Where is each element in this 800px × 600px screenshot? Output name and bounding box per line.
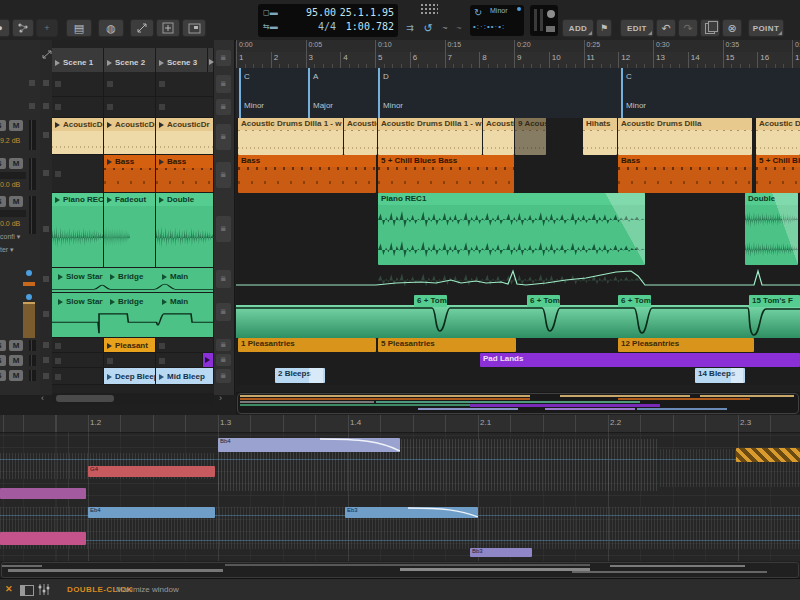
launcher-clip-pad-sliver[interactable] [203, 353, 214, 368]
arranger-clip-14-bleeps[interactable]: 14 Bleeps [695, 368, 745, 383]
clip-play-icon[interactable] [58, 299, 63, 305]
arranger-overview[interactable] [236, 392, 800, 414]
stop-button[interactable] [43, 103, 49, 109]
clip-slot[interactable] [52, 97, 104, 118]
stop-button[interactable] [43, 311, 49, 317]
piano-name-field[interactable] [0, 210, 26, 217]
launcher-clip-fadeout[interactable]: Fadeout [104, 193, 156, 268]
key-marker[interactable] [378, 68, 380, 95]
automation-lane-b-fader[interactable] [23, 302, 35, 338]
clip-play-icon[interactable] [159, 197, 164, 203]
scroll-left-arrow[interactable]: ‹ [41, 393, 44, 403]
row-options-button[interactable]: ≣ [216, 339, 231, 351]
redo-button[interactable]: ↷ [678, 19, 698, 37]
panel-layout-button[interactable] [20, 585, 34, 596]
browser-button[interactable]: ◍ [98, 19, 124, 37]
clip-play-icon[interactable] [107, 159, 112, 165]
groupB-stop-button[interactable] [29, 103, 35, 109]
note-event-magenta[interactable] [0, 488, 86, 499]
clip-play-icon[interactable] [159, 159, 164, 165]
note-event-hatched[interactable] [736, 448, 800, 462]
launcher-clip-pleasant[interactable]: Pleasant [104, 338, 156, 353]
copy-button[interactable] [700, 19, 720, 37]
position-value[interactable]: 25.1.1.95 [338, 6, 394, 21]
scale-lane[interactable]: Minor Major Minor Minor [236, 95, 800, 119]
scale-marker[interactable] [239, 95, 241, 118]
note-event-pink[interactable] [0, 532, 86, 545]
launcher-clip-deep-bleep[interactable]: Deep Bleep [104, 368, 156, 385]
clip-play-icon[interactable] [107, 122, 112, 128]
clip-play-icon[interactable] [55, 122, 60, 128]
clip-play-icon[interactable] [110, 299, 115, 305]
stop-button[interactable] [43, 226, 49, 232]
row-options-button[interactable]: ≣ [216, 303, 231, 321]
arranger-clip-bass-1[interactable]: Bass [238, 155, 376, 193]
groupA-stop-button[interactable] [29, 80, 35, 86]
stop-button[interactable] [43, 132, 49, 138]
arranger-clip-drums-5-muted[interactable]: 9 Acoustic [515, 118, 546, 155]
arranger-clip-pleasantries-2[interactable]: 5 Pleasantries [378, 338, 516, 352]
clip-slot[interactable] [52, 338, 104, 353]
scale-key-display[interactable]: ↻ Minor •:·:••·•: [470, 5, 524, 36]
key-marker[interactable] [239, 68, 241, 95]
stop-button[interactable] [43, 170, 49, 176]
time-value[interactable]: 1:00.782 [338, 20, 394, 35]
clip-slot[interactable] [156, 353, 203, 368]
arranger-clip-bass-3[interactable]: Bass [618, 155, 752, 193]
launcher-clip-piano-rec1[interactable]: Piano REC1 [52, 193, 104, 268]
key-signature-lane[interactable]: C A D C [236, 68, 800, 96]
stop-button[interactable] [43, 342, 49, 348]
arranger-clip-drums-7[interactable]: Acoustic Drum [756, 118, 800, 155]
pleasant-mute-button[interactable]: M [9, 340, 23, 351]
scale-marker[interactable] [308, 95, 310, 118]
automation-lane-a-fader[interactable] [23, 282, 35, 286]
scene-play-icon[interactable] [159, 60, 164, 66]
scale-marker[interactable] [621, 95, 623, 118]
loop-button[interactable]: ↺ [420, 19, 436, 37]
clip-slot[interactable] [156, 97, 214, 118]
arranger-clip-pleasantries-3[interactable]: 12 Pleasantries [618, 338, 754, 352]
note-event-top[interactable]: Bb4 [218, 438, 400, 452]
piano-meter-dropdown[interactable]: ter ▾ [0, 246, 14, 254]
pad-solo-button[interactable]: S [0, 355, 6, 366]
automation-curve-a[interactable] [52, 280, 214, 293]
scrollbar-thumb[interactable] [56, 395, 114, 402]
clip-slot[interactable] [104, 72, 156, 97]
display-profile-button[interactable] [182, 19, 206, 37]
clip-slot[interactable] [52, 155, 104, 193]
drums-mute-button[interactable]: M [9, 120, 23, 131]
time-signature-value[interactable]: 4/4 [296, 20, 336, 35]
scroll-right-arrow[interactable]: › [219, 393, 222, 403]
record-button[interactable]: ● [0, 19, 10, 37]
arranger-clip-drums-2[interactable]: Acoustic D [344, 118, 377, 155]
key-marker[interactable] [308, 68, 310, 95]
pad-mute-button[interactable]: M [9, 355, 23, 366]
clip-play-icon[interactable] [159, 374, 164, 380]
pan-view-button[interactable] [130, 19, 154, 37]
arranger-clip-drums-6[interactable]: Acoustic Drums Dilla [618, 118, 752, 155]
cue-marker-button[interactable]: ⚑ [596, 19, 612, 37]
key-marker[interactable] [621, 68, 623, 95]
launcher-clip-acousticdr-1[interactable]: AcousticDr [52, 118, 104, 155]
row-options-button[interactable]: ≣ [216, 124, 231, 150]
arranger-clip-2-bleeps[interactable]: 2 Bleeps [275, 368, 325, 383]
drums-solo-button[interactable]: S [0, 120, 6, 131]
bass-gain-value[interactable]: 0.0 dB [0, 181, 20, 188]
tempo-value[interactable]: 95.00 [296, 6, 336, 21]
fade-out-wedge[interactable] [772, 193, 798, 265]
arranger-clip-pad-lands[interactable]: Pad Lands [480, 353, 800, 367]
launcher-scrollbar[interactable]: ‹ › [52, 393, 214, 405]
clip-slot[interactable] [104, 97, 156, 118]
launcher-clip-acousticdr-2[interactable]: AcousticDr [104, 118, 156, 155]
row-options-button[interactable]: ≣ [216, 270, 231, 288]
stop-button[interactable] [43, 357, 49, 363]
clip-slot[interactable] [52, 72, 104, 97]
undo-button[interactable]: ↶ [656, 19, 676, 37]
row-options-button[interactable]: ≣ [216, 216, 231, 242]
clip-slot[interactable] [156, 338, 214, 353]
clip-play-icon[interactable] [55, 197, 60, 203]
launcher-clip-slowstart-b[interactable]: Slow Start [66, 297, 103, 306]
clip-slot[interactable] [104, 353, 156, 368]
clip-play-icon[interactable] [58, 274, 63, 280]
bass-solo-button[interactable]: S [0, 158, 6, 169]
